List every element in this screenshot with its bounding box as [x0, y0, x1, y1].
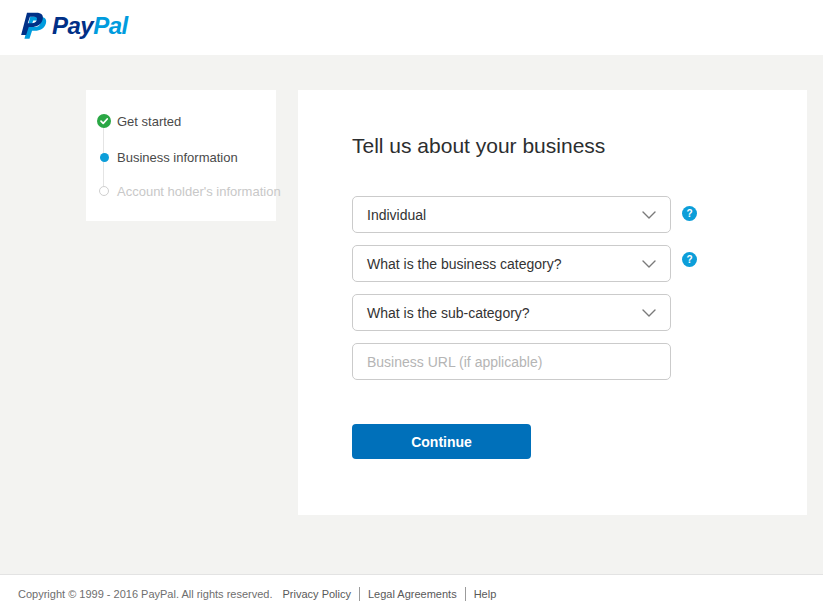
paypal-monogram-icon — [20, 12, 49, 41]
copyright-text: Copyright © 1999 - 2016 PayPal. All righ… — [18, 588, 273, 600]
step-label: Account holder's information — [117, 184, 281, 199]
progress-stepper: Get started Business information Account… — [86, 90, 276, 221]
chevron-down-icon — [642, 211, 656, 219]
step-upcoming-icon — [97, 184, 111, 198]
paypal-wordmark: PayPal — [52, 11, 128, 41]
step-complete-icon — [97, 114, 111, 128]
footer-separator — [359, 587, 360, 601]
business-url-input[interactable] — [352, 343, 671, 380]
step-label: Business information — [117, 150, 238, 165]
help-icon[interactable]: ? — [682, 252, 697, 267]
header: PayPal — [0, 0, 823, 55]
paypal-signup-page: PayPal Get started Business information — [0, 0, 823, 612]
business-subcategory-value: What is the sub-category? — [367, 305, 530, 321]
business-subcategory-select[interactable]: What is the sub-category? — [352, 294, 671, 331]
step-get-started: Get started — [86, 111, 181, 131]
chevron-down-icon — [642, 260, 656, 268]
chevron-down-icon — [642, 309, 656, 317]
business-type-value: Individual — [367, 207, 426, 223]
footer: Copyright © 1999 - 2016 PayPal. All righ… — [0, 574, 823, 612]
help-icon[interactable]: ? — [682, 206, 697, 221]
step-account-holder-information: Account holder's information — [86, 181, 281, 201]
continue-button[interactable]: Continue — [352, 424, 531, 459]
step-label: Get started — [117, 114, 181, 129]
business-category-value: What is the business category? — [367, 256, 562, 272]
legal-agreements-link[interactable]: Legal Agreements — [368, 588, 457, 600]
paypal-logo[interactable]: PayPal — [20, 11, 128, 41]
privacy-policy-link[interactable]: Privacy Policy — [283, 588, 351, 600]
step-current-icon — [97, 150, 111, 164]
checkmark-icon — [98, 115, 110, 127]
business-type-select[interactable]: Individual — [352, 196, 671, 233]
footer-separator — [465, 587, 466, 601]
step-business-information: Business information — [86, 147, 238, 167]
business-form-card: Tell us about your business Individual W… — [298, 90, 807, 515]
help-link[interactable]: Help — [474, 588, 497, 600]
business-category-select[interactable]: What is the business category? — [352, 245, 671, 282]
page-title: Tell us about your business — [352, 134, 605, 158]
